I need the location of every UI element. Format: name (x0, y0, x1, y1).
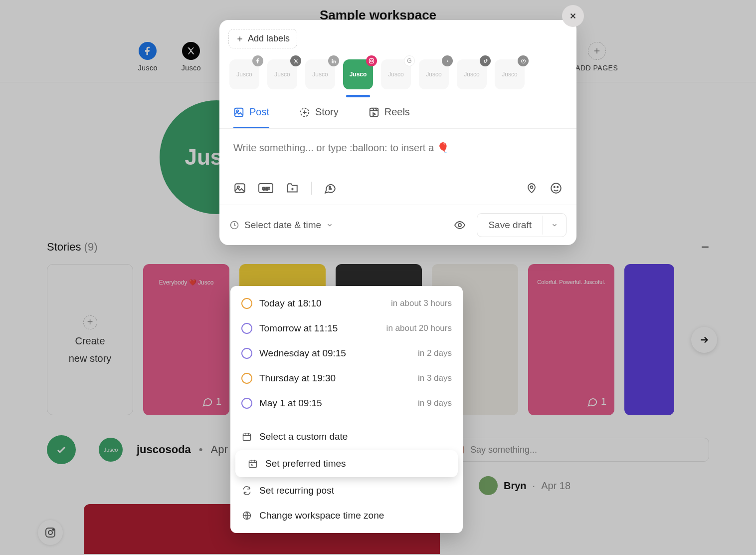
clock-icon (241, 348, 252, 359)
add-labels-button[interactable]: Add labels (228, 29, 297, 48)
tab-label: Story (315, 106, 339, 118)
date-suggestion[interactable]: Tomorrow at 11:15 in about 20 hours (230, 316, 463, 341)
clock-icon (241, 298, 252, 309)
x-icon (290, 55, 301, 66)
date-dropdown: Today at 18:10 in about 3 hours Tomorrow… (230, 286, 463, 533)
compose-textarea[interactable]: Write something... or type :balloon: to … (219, 129, 576, 160)
suggestion-relative: in 9 days (418, 398, 452, 408)
suggestion-label: Tomorrow at 11:15 (259, 323, 338, 334)
suggestion-label: May 1 at 09:15 (259, 398, 322, 409)
recurring-icon (241, 485, 252, 496)
svg-point-4 (332, 59, 333, 60)
suggestion-label: Wednesday at 09:15 (259, 348, 346, 359)
tiktok-icon (480, 55, 491, 66)
preferred-times-button[interactable]: Set preferred times (236, 451, 457, 476)
close-button[interactable] (562, 5, 584, 27)
linkedin-icon (328, 55, 339, 66)
google-icon: G (404, 55, 415, 66)
divider (311, 182, 312, 195)
suggestion-relative: in about 3 hours (391, 298, 452, 308)
clock-icon (241, 373, 252, 384)
channel-facebook[interactable]: Jusco (229, 59, 259, 89)
facebook-icon (252, 55, 263, 66)
svg-point-18 (551, 183, 561, 193)
date-suggestion[interactable]: Today at 18:10 in about 3 hours (230, 291, 463, 316)
preferred-times-label: Set preferred times (265, 458, 346, 469)
date-suggestion[interactable]: May 1 at 09:15 in 9 days (230, 391, 463, 416)
select-date-button[interactable]: Select date & time (229, 220, 333, 231)
channel-google[interactable]: Jusco G (381, 59, 411, 89)
add-labels-text: Add labels (248, 33, 290, 44)
svg-rect-24 (249, 461, 257, 467)
svg-point-6 (371, 60, 373, 62)
date-suggestion[interactable]: Wednesday at 09:15 in 2 days (230, 341, 463, 366)
composer-footer: Select date & time Save draft (219, 205, 576, 245)
chevron-down-icon (326, 222, 333, 229)
calendar-icon (241, 431, 252, 442)
globe-icon (241, 510, 252, 521)
svg-point-9 (236, 110, 238, 112)
channel-pinterest[interactable]: Jusco (495, 59, 525, 89)
tab-label: Reels (384, 106, 410, 118)
svg-point-20 (557, 187, 558, 188)
svg-text:1: 1 (329, 185, 331, 190)
timezone-label: Change workspace time zone (259, 510, 384, 521)
channel-tiktok[interactable]: Jusco (457, 59, 487, 89)
svg-rect-23 (243, 434, 251, 440)
svg-rect-12 (235, 184, 245, 192)
channel-instagram[interactable]: Jusco (343, 59, 373, 89)
image-icon[interactable] (233, 182, 246, 195)
channel-linkedin[interactable]: Jusco (305, 59, 335, 89)
preview-icon[interactable] (454, 219, 466, 231)
svg-rect-5 (370, 59, 374, 63)
custom-date-label: Select a custom date (259, 431, 348, 442)
composer-tabs: Post Story Reels (219, 89, 576, 129)
pinterest-icon (518, 55, 529, 66)
composer-modal: Add labels Jusco Jusco Jusco Jusco (219, 20, 576, 245)
clock-icon (241, 323, 252, 334)
tab-story[interactable]: Story (299, 106, 339, 128)
date-suggestion[interactable]: Thursday at 19:30 in 3 days (230, 366, 463, 391)
svg-rect-8 (235, 108, 243, 116)
youtube-icon (442, 55, 453, 66)
svg-text:GIF: GIF (262, 186, 270, 191)
chevron-down-icon[interactable] (543, 216, 566, 235)
channel-youtube[interactable]: Jusco (419, 59, 449, 89)
save-draft-button[interactable]: Save draft (477, 213, 567, 237)
channel-row: Jusco Jusco Jusco Jusco Jusco G (219, 48, 576, 89)
svg-point-22 (458, 224, 461, 227)
suggestion-label: Thursday at 19:30 (259, 373, 336, 384)
comment-count-icon[interactable]: 1 (324, 182, 337, 195)
suggestion-relative: in about 20 hours (386, 323, 452, 333)
channel-x[interactable]: Jusco (267, 59, 297, 89)
tab-label: Post (249, 106, 269, 118)
suggestion-relative: in 3 days (418, 373, 452, 383)
timezone-button[interactable]: Change workspace time zone (230, 503, 463, 528)
svg-point-17 (531, 186, 533, 189)
custom-date-button[interactable]: Select a custom date (230, 424, 463, 449)
save-draft-label: Save draft (477, 214, 543, 237)
recurring-label: Set recurring post (259, 485, 334, 496)
instagram-icon (366, 55, 377, 66)
calendar-settings-icon (247, 458, 258, 469)
location-icon[interactable] (526, 182, 538, 194)
suggestion-label: Today at 18:10 (259, 298, 322, 309)
folder-icon[interactable] (285, 182, 299, 195)
recurring-button[interactable]: Set recurring post (230, 478, 463, 503)
clock-icon (241, 398, 252, 409)
emoji-icon[interactable] (550, 182, 563, 195)
divider (230, 420, 463, 420)
svg-point-19 (554, 187, 555, 188)
gif-icon[interactable]: GIF (258, 182, 273, 194)
svg-rect-3 (332, 60, 333, 63)
suggestion-relative: in 2 days (418, 348, 452, 358)
tab-post[interactable]: Post (233, 106, 269, 128)
tab-reels[interactable]: Reels (369, 106, 410, 128)
compose-placeholder: Write something... or type :balloon: to … (233, 142, 563, 154)
compose-toolbar: GIF 1 (219, 160, 576, 205)
select-date-label: Select date & time (244, 220, 321, 231)
active-indicator (346, 95, 370, 97)
